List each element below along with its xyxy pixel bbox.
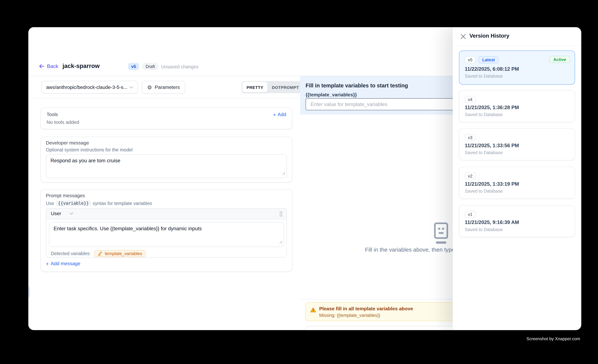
draft-badge: Draft — [142, 63, 158, 70]
developer-message-title: Developer message — [46, 140, 89, 146]
version-item-v4[interactable]: v4 11/21/2025, 1:36:28 PM Saved to Datab… — [459, 90, 575, 122]
version-item-v2[interactable]: v2 11/21/2025, 1:33:19 PM Saved to Datab… — [459, 167, 575, 199]
warning-title: Please fill in all template variables ab… — [319, 306, 413, 311]
parameters-label: Parameters — [155, 84, 180, 90]
version-saved-status: Saved to Database — [465, 150, 503, 155]
version-saved-status: Saved to Database — [465, 112, 503, 117]
version-timestamp: 11/22/2025, 6:08:12 PM — [465, 66, 519, 72]
message-field-wrap: Enter task specifics. Use {{template_var… — [49, 222, 284, 247]
message-role-header: User — [46, 208, 286, 219]
version-timestamp: 11/21/2025, 1:33:19 PM — [465, 181, 519, 187]
tools-title: Tools — [47, 112, 58, 117]
prompt-editor-column: aws/anthropic/bedrock-claude-3-5-s... ⚙︎… — [28, 76, 300, 330]
prompt-messages-card: Prompt messages Use {{variable}} syntax … — [40, 189, 292, 272]
template-variable-label: {{template_variables}} — [306, 92, 357, 98]
developer-message-card: Developer message Optional system instru… — [40, 137, 292, 182]
test-panel-title: Fill in template variables to start test… — [306, 82, 408, 89]
active-badge: Active — [549, 56, 570, 63]
detected-variables-row: Detected variables: template_variables — [46, 249, 286, 257]
plus-icon: + — [273, 112, 276, 117]
version-history-title: Version History — [469, 33, 509, 39]
screenshot-stage: Back jack-sparrow v5 Draft Unsaved chang… — [0, 0, 598, 364]
format-toggle: PRETTY DOTPROMPT — [241, 81, 304, 93]
pencil-icon — [98, 251, 102, 256]
parameters-button[interactable]: ⚙︎ Parameters — [142, 81, 185, 93]
tools-card: Tools + Add No tools added — [40, 108, 292, 129]
app-window: Back jack-sparrow v5 Draft Unsaved chang… — [28, 27, 581, 330]
version-saved-status: Saved to Database — [465, 189, 503, 193]
version-number-badge: v4 — [465, 96, 475, 103]
arrow-left-icon — [39, 64, 44, 68]
version-saved-status: Saved to Database — [465, 74, 503, 78]
back-button[interactable]: Back — [39, 63, 58, 69]
prompt-messages-title: Prompt messages — [46, 193, 85, 199]
developer-message-textarea[interactable]: Respond as you are tom cruise — [46, 155, 286, 178]
gear-icon: ⚙︎ — [147, 84, 152, 90]
version-badge: v5 — [128, 63, 139, 70]
variable-syntax-chip: {{variable}} — [56, 200, 91, 206]
warning-icon — [310, 307, 316, 314]
plus-icon: + — [46, 261, 49, 266]
warning-missing-text: Missing: {{template_variables}} — [319, 313, 380, 318]
version-history-panel: Version History v5 Latest Active 11/22/2… — [453, 27, 581, 330]
toggle-dotprompt[interactable]: DOTPROMPT — [268, 82, 303, 92]
resize-handle-icon[interactable] — [279, 238, 283, 245]
chevron-down-icon — [129, 86, 133, 88]
drag-handle-icon[interactable] — [279, 211, 283, 218]
version-timestamp: 11/21/2025, 1:33:56 PM — [465, 143, 519, 149]
tools-empty-text: No tools added — [47, 120, 79, 125]
editor-toolbar: aws/anthropic/bedrock-claude-3-5-s... ⚙︎… — [28, 76, 300, 98]
version-timestamp: 11/21/2025, 1:36:28 PM — [465, 105, 519, 110]
add-message-button[interactable]: + Add message — [46, 261, 80, 266]
resize-handle-icon[interactable] — [282, 170, 285, 177]
message-textarea[interactable]: Enter task specifics. Use {{template_var… — [49, 223, 284, 247]
unsaved-changes-status: Unsaved changes — [161, 64, 199, 69]
page-title: jack-sparrow — [63, 63, 100, 69]
notification-peek — [28, 287, 30, 298]
watermark-text: Screenshot by Xnapper.com — [526, 336, 580, 341]
version-history-header: Version History — [453, 27, 581, 46]
prompt-message-block: User Enter task specifics. Use {{templat… — [46, 208, 287, 257]
version-saved-status: Saved to Database — [465, 227, 503, 232]
close-icon[interactable] — [460, 34, 466, 39]
version-item-v1[interactable]: v1 11/21/2025, 9:16:39 AM Saved to Datab… — [459, 205, 575, 237]
developer-message-field-wrap: Respond as you are tom cruise — [46, 154, 287, 178]
model-select-value: aws/anthropic/bedrock-claude-3-5-s... — [46, 84, 127, 90]
hint-prefix: Use — [46, 201, 54, 206]
add-message-label: Add message — [51, 261, 80, 266]
version-number-badge: v1 — [465, 211, 475, 218]
model-select[interactable]: aws/anthropic/bedrock-claude-3-5-s... — [42, 81, 138, 93]
version-item-v5[interactable]: v5 Latest Active 11/22/2025, 6:08:12 PM … — [459, 50, 575, 84]
latest-badge: Latest — [478, 56, 499, 63]
version-timestamp: 11/21/2025, 9:16:39 AM — [465, 219, 519, 225]
developer-message-subtitle: Optional system instructions for the mod… — [46, 147, 133, 153]
version-item-v3[interactable]: v3 11/21/2025, 1:33:56 PM Saved to Datab… — [459, 128, 575, 160]
role-select-value: User — [51, 211, 61, 216]
role-select[interactable]: User — [51, 211, 74, 216]
empty-state-text: Fill in the variables above, then type — [365, 247, 455, 253]
template-syntax-hint: Use {{variable}} syntax for template var… — [46, 200, 152, 206]
back-label: Back — [47, 63, 58, 69]
chevron-down-icon — [70, 212, 74, 215]
version-number-badge: v5 — [465, 56, 475, 63]
version-number-badge: v2 — [465, 173, 475, 179]
detected-variable-chip[interactable]: template_variables — [94, 250, 146, 257]
version-number-badge: v3 — [465, 134, 475, 141]
add-tool-button[interactable]: + Add — [273, 112, 286, 117]
toggle-pretty[interactable]: PRETTY — [242, 82, 268, 92]
hint-suffix: syntax for template variables — [93, 201, 152, 206]
add-tool-label: Add — [278, 112, 286, 117]
bot-icon — [431, 222, 451, 246]
detected-variables-label: Detected variables: — [51, 251, 91, 256]
detected-variable-name: template_variables — [105, 251, 142, 256]
